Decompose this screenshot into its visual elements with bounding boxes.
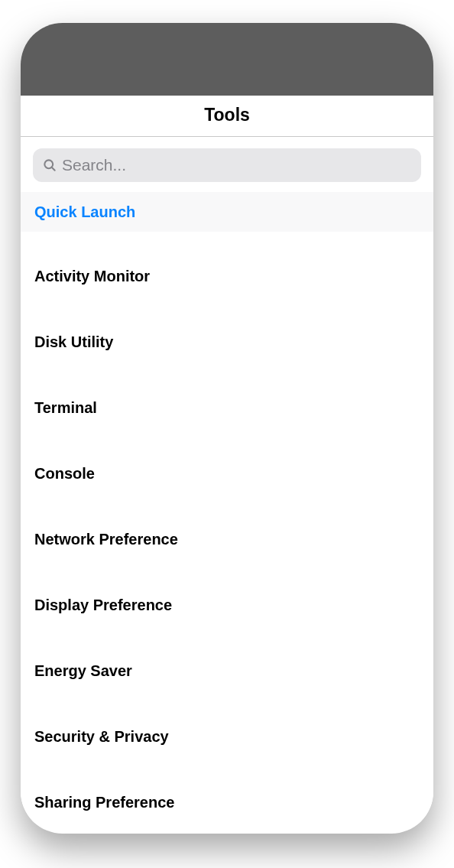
list-item[interactable]: Network Preference: [21, 518, 433, 561]
list-item-label: Console: [34, 465, 95, 482]
list-item-label: Disk Utility: [34, 333, 113, 350]
search-icon: [42, 158, 57, 173]
list-item-label: Security & Privacy: [34, 728, 169, 745]
search-box[interactable]: [33, 148, 421, 182]
list-item-label: Terminal: [34, 399, 97, 416]
svg-line-1: [52, 167, 55, 171]
list-item-label: Activity Monitor: [34, 268, 150, 284]
device-frame: Tools Quick Launch Activity Monitor Disk…: [21, 23, 433, 834]
list-item[interactable]: Terminal: [21, 386, 433, 429]
list-item[interactable]: Disk Utility: [21, 320, 433, 363]
search-container: [21, 137, 433, 192]
list-item[interactable]: Sharing Preference: [21, 781, 433, 824]
list-item-label: Energy Saver: [34, 662, 132, 679]
section-header-quick-launch[interactable]: Quick Launch: [21, 192, 433, 232]
list-item[interactable]: Activity Monitor: [21, 255, 433, 297]
list-item[interactable]: Console: [21, 452, 433, 495]
list-item-label: Sharing Preference: [34, 794, 174, 811]
section-header-label: Quick Launch: [34, 203, 135, 220]
tools-list: Quick Launch Activity Monitor Disk Utili…: [21, 192, 433, 834]
list-item[interactable]: Security & Privacy: [21, 715, 433, 758]
list-item-label: Display Preference: [34, 597, 172, 613]
header-bar: Tools: [21, 96, 433, 137]
list-item[interactable]: Display Preference: [21, 584, 433, 626]
list-item[interactable]: Energy Saver: [21, 649, 433, 692]
list-item-label: Network Preference: [34, 531, 178, 548]
search-input[interactable]: [62, 156, 412, 174]
page-title: Tools: [21, 105, 433, 125]
status-bar-area: [21, 23, 433, 96]
